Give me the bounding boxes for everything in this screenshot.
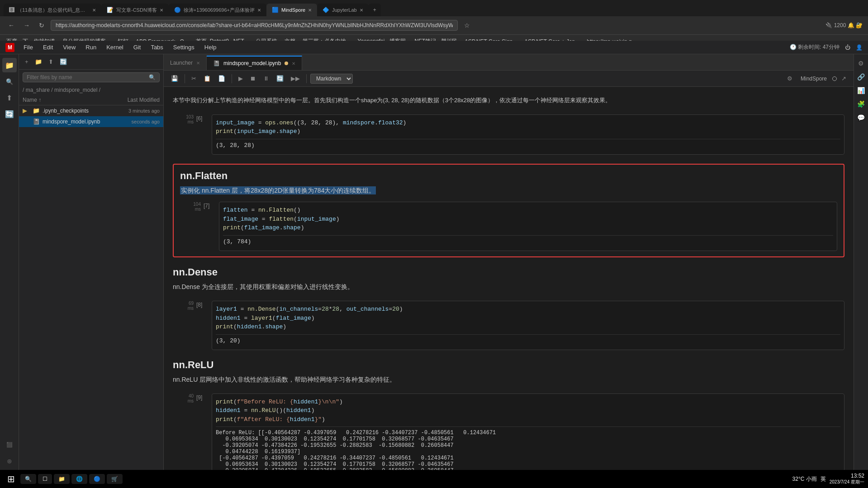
cell-8-timing: 69ms: [173, 301, 194, 311]
tab-launcher-close[interactable]: ✕: [196, 61, 200, 66]
run-button[interactable]: ▶: [236, 74, 246, 83]
share-button[interactable]: ↗: [839, 74, 849, 83]
rail-icon-4[interactable]: 🧩: [856, 99, 867, 109]
sidebar-icon-refresh[interactable]: 🔄: [2, 107, 17, 121]
menu-edit[interactable]: Edit: [38, 42, 57, 52]
browser-tab-4[interactable]: 🟦 MindSpore ✕: [266, 4, 317, 16]
tab-label-4: MindSpore: [281, 7, 305, 13]
dense-desc: nn.Dense 为全连接层，其使用权重和偏差对输入进行线性变换。: [173, 282, 844, 292]
cell-7-body[interactable]: flatten = nn.Flatten() flat_image = flat…: [219, 202, 837, 251]
flatten-title: nn.Flatten: [180, 170, 837, 182]
file-row-notebook[interactable]: 📓 mindspore_model.ipynb seconds ago: [19, 116, 163, 127]
tab-close-1[interactable]: ✕: [92, 8, 96, 13]
menu-help[interactable]: Help: [200, 42, 221, 52]
address-input[interactable]: [51, 20, 458, 31]
rail-icon-2[interactable]: 🔗: [856, 71, 867, 82]
menu-kernel[interactable]: Kernel: [102, 42, 128, 52]
save-button[interactable]: 💾: [168, 74, 181, 83]
tab-launcher-label: Launcher: [170, 60, 193, 66]
rail-icon-3[interactable]: 📊: [856, 85, 867, 96]
sidebar-icon-bottom2[interactable]: ◎: [2, 454, 17, 468]
power-icon[interactable]: ⏻: [845, 44, 850, 51]
separator-1: [185, 74, 185, 83]
menu-file[interactable]: File: [19, 42, 38, 52]
refresh-button[interactable]: 🔄: [57, 57, 69, 66]
stop-button[interactable]: ⏹: [247, 74, 259, 83]
cell-6-code: input_image = ops.ones((3, 28, 28), mind…: [216, 118, 840, 136]
taskbar-search[interactable]: 🔍: [20, 474, 36, 484]
copy-button[interactable]: 📋: [201, 74, 213, 83]
cell-7-output: (3, 784): [223, 235, 833, 247]
extension-area: 🔌 1200 🔔 🔐: [825, 22, 863, 28]
rail-icon-1[interactable]: ⚙: [856, 58, 867, 69]
cell-8-container: 69ms [8] layer1 = nn.Dense(in_channels=2…: [173, 301, 844, 350]
tab-launcher[interactable]: Launcher ✕: [164, 56, 207, 70]
back-button[interactable]: ←: [5, 21, 17, 30]
cell-8-output: (3, 20): [216, 334, 840, 346]
sidebar-icon-bottom1[interactable]: ⬛: [2, 437, 17, 452]
reload-button[interactable]: ↻: [36, 21, 47, 30]
paste-button[interactable]: 📄: [215, 74, 228, 83]
browser-tab-2[interactable]: 📝 写文章-CSDN博客 ✕: [101, 4, 169, 16]
tab-favicon-4: 🟦: [272, 7, 279, 13]
cell-dense-header: nn.Dense nn.Dense 为全连接层，其使用权重和偏差对输入进行线性变…: [173, 266, 844, 292]
upload-button[interactable]: ⬆: [46, 57, 56, 66]
settings-nb-button[interactable]: ⚙: [784, 74, 795, 83]
cell-relu-header: nn.ReLU nn.ReLU 层网络中加入非线性的激活函数，帮助神经网络学习各…: [173, 359, 844, 384]
tab-mindspore[interactable]: 📓 mindspore_model.ipynb ✕: [207, 56, 302, 70]
taskbar-explorer[interactable]: 📁: [54, 474, 70, 484]
tab-close-4[interactable]: ✕: [308, 8, 312, 13]
new-folder-button[interactable]: 📁: [33, 57, 44, 66]
tab-close-5[interactable]: ✕: [360, 8, 363, 13]
cell-6-body[interactable]: input_image = ops.ones((3, 28, 28), mind…: [212, 114, 844, 155]
menu-view[interactable]: View: [58, 42, 80, 52]
filter-input[interactable]: [27, 74, 149, 81]
flatten-cell-content: nn.Flatten 实例化 nn.Flatten 层，将28x28的2D张量转…: [180, 170, 837, 195]
sidebar-icon-upload[interactable]: ⬆: [2, 90, 17, 105]
file-name-checkpoints: .ipynb_checkpoints: [43, 108, 105, 114]
col-name: Name ↑: [23, 97, 105, 103]
sidebar-icon-folder[interactable]: 📁: [2, 58, 17, 72]
flatten-desc-highlighted: 实例化 nn.Flatten 层，将28x28的2D张量转换为784大小的连续数…: [180, 186, 376, 194]
cell-9-container: 40ms [9] print(f"Before ReLU: {hidden1}\…: [173, 393, 844, 478]
cell-9-time: 40ms: [173, 393, 194, 403]
new-tab-button[interactable]: +: [369, 4, 381, 16]
file-name-notebook: mindspore_model.ipynb: [43, 118, 105, 125]
user-icon[interactable]: 👤: [856, 44, 863, 51]
browser-tab-5[interactable]: 🔷 JupyterLab ✕: [317, 4, 368, 16]
active-cell-wrapper[interactable]: nn.Flatten 实例化 nn.Flatten 层，将28x28的2D张量转…: [173, 164, 844, 257]
tab-label-2: 写文章-CSDN博客: [116, 7, 157, 14]
start-button[interactable]: ⊞: [4, 472, 19, 486]
cell-type-select[interactable]: Markdown Code Raw: [310, 74, 353, 84]
tab-mindspore-close[interactable]: ✕: [292, 61, 295, 66]
sidebar-icon-search[interactable]: 🔍: [2, 74, 17, 89]
cell-7-time: 104ms: [180, 202, 201, 212]
taskbar-chrome[interactable]: 🔵: [89, 474, 105, 484]
taskbar-store[interactable]: 🛒: [107, 474, 123, 484]
taskbar-taskview[interactable]: ☐: [38, 474, 52, 484]
notebook-toolbar: 💾 ✂ 📋 📄 ▶ ⏹ ⏸ 🔄 ▶▶ Markdown Code Raw ⚙: [164, 71, 854, 87]
restart-run-button[interactable]: 🔄: [274, 74, 286, 83]
browser-tab-1[interactable]: 🅱 （11条消息）息公据代码_息公系列 ✕: [4, 4, 101, 16]
fast-forward-button[interactable]: ▶▶: [288, 74, 303, 83]
file-row-checkpoints[interactable]: ▶ 📁 .ipynb_checkpoints 3 minutes ago: [19, 105, 163, 116]
tab-close-2[interactable]: ✕: [160, 8, 163, 13]
breadcrumb: / ma_share / mindspore_model /: [19, 85, 163, 95]
rail-icon-5[interactable]: 💬: [856, 112, 867, 123]
browser-tab-3[interactable]: 🔵 徐涛+13960699696+产品体验评 ✕: [169, 4, 266, 16]
new-launcher-button[interactable]: +: [23, 57, 31, 66]
menu-run[interactable]: Run: [81, 42, 101, 52]
menu-tabs[interactable]: Tabs: [146, 42, 167, 52]
tab-close-3[interactable]: ✕: [257, 8, 261, 13]
flatten-cell-inner: nn.Flatten 实例化 nn.Flatten 层，将28x28的2D张量转…: [180, 170, 837, 195]
relu-desc: nn.ReLU 层网络中加入非线性的激活函数，帮助神经网络学习各种复杂的特征。: [173, 374, 844, 384]
taskbar-edge[interactable]: 🌐: [71, 474, 87, 484]
forward-button[interactable]: →: [21, 21, 33, 30]
restart-button[interactable]: ⏸: [261, 74, 272, 83]
menu-settings[interactable]: Settings: [169, 42, 199, 52]
cut-button[interactable]: ✂: [189, 74, 199, 83]
cell-9-body[interactable]: print(f"Before ReLU: {hidden1}\n\n") hid…: [212, 393, 844, 478]
bookmark-button[interactable]: ☆: [461, 21, 473, 30]
menu-git[interactable]: Git: [129, 42, 146, 52]
cell-8-body[interactable]: layer1 = nn.Dense(in_channels=28*28, out…: [212, 301, 844, 350]
